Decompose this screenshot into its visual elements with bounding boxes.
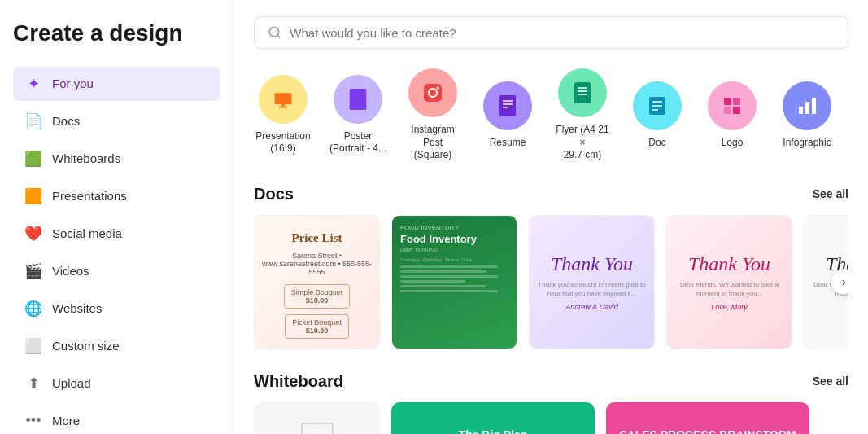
svg-rect-5 (424, 84, 442, 102)
design-type-resume[interactable]: Resume (478, 81, 537, 150)
logo-label: Logo (722, 137, 744, 150)
docs-card-pricelist[interactable]: Price List Sarena Street • www.sarenastr… (254, 215, 380, 349)
sidebar-item-websites[interactable]: 🌐 Websites (13, 292, 220, 326)
svg-rect-24 (799, 107, 803, 114)
docs-cards-row: Price List Sarena Street • www.sarenastr… (254, 215, 848, 349)
websites-icon: 🌐 (24, 300, 42, 318)
page-title: Create a design (13, 20, 220, 47)
logo-icon (708, 81, 757, 130)
sidebar-item-social-media[interactable]: ❤️ Social media (13, 217, 220, 251)
whiteboard-card-blank[interactable] (254, 402, 380, 434)
svg-rect-2 (281, 104, 285, 107)
svg-rect-4 (350, 89, 367, 110)
main-content: Presentation(16:9) Poster(Portrait - 4..… (234, 0, 868, 434)
sidebar-label-more: More (52, 414, 80, 427)
sidebar-label-whiteboards: Whiteboards (52, 151, 120, 165)
poster-icon (334, 75, 382, 124)
svg-rect-21 (733, 98, 740, 105)
sidebar-item-docs[interactable]: 📄 Docs (13, 104, 220, 138)
sidebar-item-presentations[interactable]: 🟧 Presentations (13, 179, 220, 213)
sidebar-label-for-you: For you (52, 77, 94, 90)
svg-rect-22 (724, 107, 731, 114)
whiteboard-card-big-plan[interactable]: The Big Plan (391, 402, 595, 434)
sidebar-item-for-you[interactable]: ✦ For you (13, 67, 220, 101)
svg-rect-25 (805, 102, 809, 114)
whiteboard-cards-row: The Big Plan SALES PROCESS BRAINSTORM (254, 402, 848, 434)
svg-rect-3 (279, 107, 288, 108)
design-type-infographic[interactable]: Infographic (778, 81, 836, 150)
docs-card-thankyou-pink[interactable]: Thank You Dear friends, We wanted to tak… (666, 215, 792, 349)
sidebar-item-upload[interactable]: ⬆ Upload (13, 366, 220, 401)
sidebar-item-more[interactable]: ••• More (13, 404, 220, 434)
social-media-icon: ❤️ (24, 225, 42, 243)
infographic-icon (783, 81, 831, 130)
sidebar-label-websites: Websites (52, 301, 102, 315)
design-type-presentation[interactable]: Presentation(16:9) (254, 75, 312, 156)
docs-see-all-button[interactable]: See all (813, 187, 848, 200)
svg-rect-1 (275, 93, 292, 104)
whiteboard-section-title: Whiteboard (254, 372, 343, 391)
svg-point-0 (269, 28, 279, 37)
videos-icon: 🎬 (24, 262, 42, 280)
whiteboards-icon: 🟩 (24, 150, 42, 168)
whiteboard-big-plan-label: The Big Plan (459, 428, 528, 434)
sidebar-label-custom: Custom size (52, 339, 120, 353)
sidebar-item-whiteboards[interactable]: 🟩 Whiteboards (13, 142, 220, 176)
design-type-doc[interactable]: Doc (628, 81, 687, 150)
presentations-icon: 🟧 (24, 187, 42, 205)
design-type-poster[interactable]: Poster(Portrait - 4... (329, 75, 387, 156)
docs-section-title: Docs (254, 185, 294, 204)
resume-icon (483, 81, 532, 130)
whiteboard-section-header: Whiteboard See all (254, 372, 848, 391)
design-type-logo[interactable]: Logo (703, 81, 761, 150)
docs-card-food-inventory[interactable]: FOOD INVENTORY Food Inventory Date: 00/0… (391, 215, 517, 349)
sidebar-label-upload: Upload (52, 376, 91, 390)
sidebar: Create a design ✦ For you 📄 Docs 🟩 White… (0, 0, 234, 434)
instagram-label: InstagramPost (Square) (403, 124, 462, 162)
more-icon: ••• (24, 412, 42, 430)
sidebar-label-videos: Videos (52, 264, 89, 278)
whiteboard-see-all-button[interactable]: See all (813, 375, 848, 388)
sidebar-item-videos[interactable]: 🎬 Videos (13, 254, 220, 288)
instagram-icon (408, 68, 457, 117)
presentation-label: Presentation(16:9) (255, 130, 310, 156)
doc-icon (633, 81, 682, 130)
svg-rect-20 (724, 98, 731, 105)
resume-label: Resume (490, 137, 526, 150)
sparkle-icon: ✦ (24, 75, 42, 93)
design-type-flyer[interactable]: Flyer (A4 21 ×29.7 cm) (553, 68, 612, 162)
svg-rect-26 (812, 98, 816, 114)
custom-size-icon: ⬜ (24, 337, 42, 355)
search-bar[interactable] (254, 16, 848, 49)
upload-icon: ⬆ (24, 375, 42, 392)
search-icon (268, 25, 281, 40)
docs-card-thankyou-purple[interactable]: Thank You Thank you so much! I'm really … (529, 215, 655, 349)
sidebar-item-custom-size[interactable]: ⬜ Custom size (13, 329, 220, 363)
design-types-row: Presentation(16:9) Poster(Portrait - 4..… (254, 68, 848, 162)
sidebar-label-docs: Docs (52, 114, 80, 128)
svg-rect-29 (302, 423, 333, 434)
docs-section-header: Docs See all (254, 185, 848, 204)
search-input[interactable] (290, 26, 835, 40)
flyer-icon (558, 68, 607, 117)
poster-label: Poster(Portrait - 4... (329, 130, 386, 156)
docs-icon: 📄 (24, 112, 42, 130)
svg-rect-8 (499, 95, 516, 116)
doc-label: Doc (648, 137, 665, 150)
svg-rect-23 (733, 107, 740, 114)
sidebar-label-presentations: Presentations (52, 189, 127, 203)
whiteboard-card-sales[interactable]: SALES PROCESS BRAINSTORM (606, 402, 809, 434)
svg-rect-12 (574, 82, 591, 103)
flyer-label: Flyer (A4 21 ×29.7 cm) (553, 124, 612, 162)
design-type-instagram[interactable]: InstagramPost (Square) (403, 68, 462, 162)
presentation-icon (259, 75, 308, 124)
sidebar-label-social: Social media (52, 226, 122, 240)
infographic-label: Infographic (783, 137, 831, 150)
svg-point-7 (437, 87, 439, 90)
whiteboard-sales-label: SALES PROCESS BRAINSTORM (619, 428, 796, 434)
